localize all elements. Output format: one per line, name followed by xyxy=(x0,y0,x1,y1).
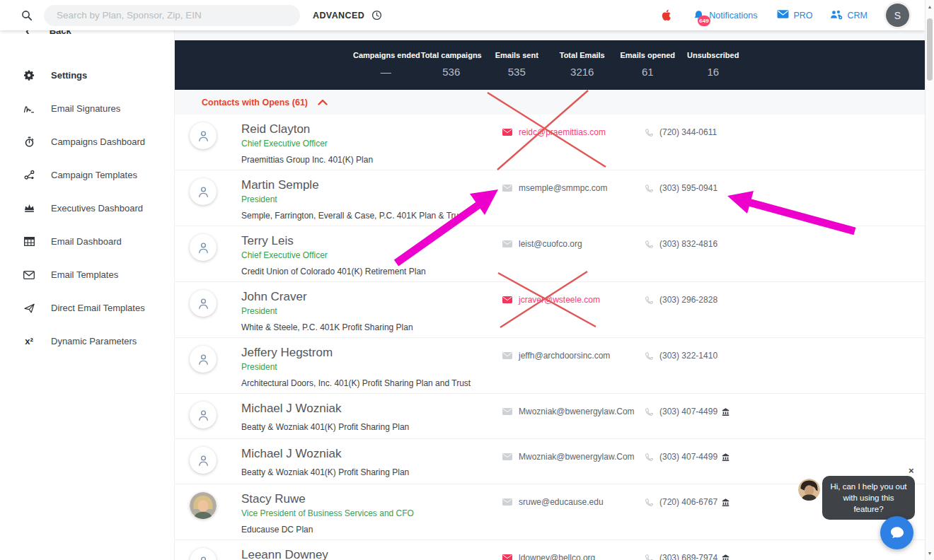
search-input[interactable] xyxy=(44,5,300,26)
sidebar-item-executives-dashboard[interactable]: Executives Dashboard xyxy=(0,192,174,225)
contact-email[interactable]: leist@cuofco.org xyxy=(502,239,582,249)
stat-label: Campaigns ended xyxy=(353,51,419,59)
contact-row[interactable]: Michael J Wozniak Beatty & Wozniak 401(K… xyxy=(175,439,925,484)
sidebar-item-email-templates[interactable]: Email Templates xyxy=(0,258,174,291)
contact-title: Chief Executive Officer xyxy=(241,250,925,260)
contact-row[interactable]: Martin Semple President Semple, Farringt… xyxy=(175,170,925,226)
stat-column: Emails opened 61 xyxy=(615,40,681,90)
notifications-button[interactable]: 649 Notifications xyxy=(693,9,757,22)
contact-email[interactable]: msemple@smmpc.com xyxy=(502,183,608,193)
phone-icon xyxy=(645,453,654,462)
phone-number: (720) 344-0611 xyxy=(659,127,717,137)
phone-number: (303) 832-4816 xyxy=(659,239,717,249)
stat-value: — xyxy=(353,66,419,78)
sidebar-item-campaign-templates[interactable]: Campaign Templates xyxy=(0,158,174,192)
phone-number: (303) 296-2828 xyxy=(659,295,717,305)
stat-label: Total Emails xyxy=(550,51,616,59)
sidebar-item-dynamic-parameters[interactable]: x² Dynamic Parameters xyxy=(0,325,174,358)
stat-label: Total campaigns xyxy=(419,51,485,59)
chat-bubble-icon xyxy=(889,525,906,542)
contact-row[interactable]: Terry Leis Chief Executive Officer Credi… xyxy=(175,226,925,282)
chat-close-icon[interactable]: × xyxy=(909,465,914,476)
contact-row[interactable]: John Craver President White & Steele, P.… xyxy=(175,282,925,338)
phone-number: (303) 407-4499 xyxy=(659,452,717,462)
contact-phone[interactable]: (720) 344-0611 xyxy=(645,127,717,137)
sidebar-item-direct-email-templates[interactable]: Direct Email Templates xyxy=(0,291,174,325)
contact-email[interactable]: Mwozniak@bwenergylaw.Com xyxy=(502,407,635,416)
person-icon xyxy=(197,555,210,560)
phone-icon xyxy=(645,351,654,361)
contact-phone[interactable]: (303) 407-4499 xyxy=(645,407,730,416)
contact-row[interactable]: Michael J Wozniak Beatty & Wozniak 401(K… xyxy=(175,394,925,439)
contact-phone[interactable]: (303) 595-0941 xyxy=(645,183,717,193)
envelope-icon xyxy=(502,453,512,460)
building-icon xyxy=(722,498,730,506)
contact-phone[interactable]: (720) 406-6767 xyxy=(645,497,730,507)
stat-column: Total Emails 3216 xyxy=(550,40,616,90)
stat-value: 61 xyxy=(615,66,681,78)
contact-row[interactable]: Jeffery Hegstrom President Architectural… xyxy=(175,338,925,394)
phone-number: (303) 407-4499 xyxy=(659,407,717,416)
email-address: Mwozniak@bwenergylaw.Com xyxy=(519,407,635,416)
contact-avatar xyxy=(190,178,217,205)
contact-email[interactable]: jeffh@archdoorsinc.com xyxy=(502,351,610,361)
scroll-up-arrow[interactable]: ▲ xyxy=(926,4,934,9)
contact-email[interactable]: ldowney@bellco.org xyxy=(502,553,595,560)
paper-plane-icon xyxy=(23,303,35,313)
contact-name: Terry Leis xyxy=(241,234,925,248)
scrollbar-thumb[interactable] xyxy=(927,18,933,81)
contact-email[interactable]: sruwe@educause.edu xyxy=(502,497,604,507)
contact-email[interactable]: Mwozniak@bwenergylaw.Com xyxy=(502,452,635,462)
phone-icon xyxy=(645,498,654,507)
chat-tooltip: Hi, can I help you out with using this f… xyxy=(822,476,915,520)
contact-phone[interactable]: (303) 322-1410 xyxy=(645,351,717,361)
phone-icon xyxy=(645,128,654,137)
sidebar-item-settings[interactable]: Settings xyxy=(0,59,174,92)
person-icon xyxy=(197,454,210,467)
stat-label: Unsubscribed xyxy=(681,51,746,59)
stat-value: 16 xyxy=(681,66,746,78)
advanced-search-button[interactable]: ADVANCED xyxy=(313,11,364,21)
contacts-with-opens-header[interactable]: Contacts with Opens (61) xyxy=(175,90,925,115)
person-icon xyxy=(197,409,210,421)
contact-phone[interactable]: (303) 296-2828 xyxy=(645,295,717,305)
history-clock-icon[interactable] xyxy=(371,10,382,21)
user-avatar[interactable]: S xyxy=(886,4,909,27)
sidebar-menu: Settings Email Signatures Campaigns Dash… xyxy=(0,59,174,358)
envelope-icon xyxy=(502,408,512,415)
email-address: reidc@praemittias.com xyxy=(519,127,606,137)
contact-row[interactable]: Reid Clayton Chief Executive Officer Pra… xyxy=(175,115,925,170)
stat-value: 3216 xyxy=(550,66,616,78)
contact-avatar xyxy=(190,447,217,474)
stat-label: Emails sent xyxy=(484,51,550,59)
bell-icon: 649 xyxy=(693,9,705,22)
search-icon[interactable] xyxy=(21,10,33,21)
sidebar-item-email-signatures[interactable]: Email Signatures xyxy=(0,92,174,125)
contact-phone[interactable]: (303) 832-4816 xyxy=(645,239,717,249)
contact-row[interactable]: Leeann Downey ldowney@bellco.org xyxy=(175,540,925,560)
contact-avatar xyxy=(190,548,217,560)
mail-icon xyxy=(777,9,789,21)
sidebar-item-campaigns-dashboard[interactable]: Campaigns Dashboard xyxy=(0,125,174,158)
apple-icon[interactable] xyxy=(661,9,671,21)
gear-icon xyxy=(23,70,35,81)
pro-button[interactable]: PRO xyxy=(777,9,812,21)
scroll-down-arrow[interactable]: ▼ xyxy=(926,551,934,556)
vertical-scrollbar[interactable]: ▲ ▼ xyxy=(925,0,934,560)
envelope-opened-icon xyxy=(502,296,512,303)
contact-phone[interactable]: (303) 689-7974 xyxy=(645,553,730,560)
stopwatch-icon xyxy=(23,136,35,147)
contact-phone[interactable]: (303) 407-4499 xyxy=(645,452,730,462)
sidebar-item-email-dashboard[interactable]: Email Dashboard xyxy=(0,225,174,258)
contact-avatar xyxy=(190,492,217,519)
email-address: leist@cuofco.org xyxy=(519,239,582,249)
contact-email[interactable]: reidc@praemittias.com xyxy=(502,127,606,137)
crm-button[interactable]: CRM xyxy=(830,9,867,22)
email-address: sruwe@educause.edu xyxy=(519,497,604,507)
contact-avatar xyxy=(190,122,217,149)
contact-info: Terry Leis Chief Executive Officer Credi… xyxy=(241,234,925,276)
crown-icon xyxy=(23,204,35,213)
contact-plan: Semple, Farrington, Everall & Case, P.C.… xyxy=(241,211,925,221)
chat-button[interactable] xyxy=(880,516,913,549)
contact-email[interactable]: jcraver@wsteele.com xyxy=(502,295,600,305)
